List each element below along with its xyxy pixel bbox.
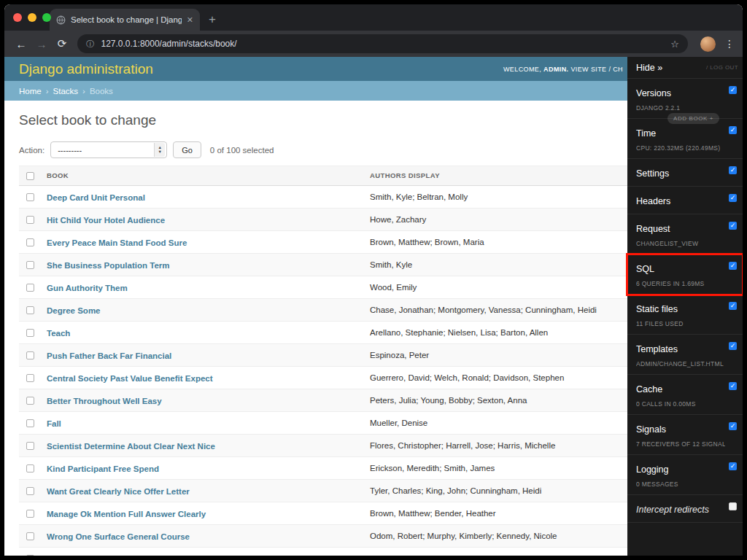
back-icon[interactable]: ← — [12, 38, 31, 50]
debug-toolbar-hide-button[interactable]: Hide » / LOG OUT — [627, 57, 743, 79]
row-checkbox[interactable] — [26, 510, 34, 518]
debug-panel-toggle[interactable]: ✓ — [729, 194, 737, 202]
book-link[interactable]: Scientist Determine About Clear Next Nic… — [47, 442, 215, 451]
debug-panel-toggle[interactable]: ✓ — [729, 166, 737, 174]
row-checkbox[interactable] — [26, 329, 34, 337]
debug-panel-templates[interactable]: Templates✓admin/change_list.html — [627, 335, 743, 375]
book-link[interactable]: She Business Population Term — [47, 261, 170, 270]
profile-avatar[interactable] — [700, 36, 716, 52]
tab-close-icon[interactable]: ✕ — [187, 15, 193, 25]
browser-menu-icon[interactable]: ⋮ — [724, 38, 735, 50]
row-checkbox[interactable] — [26, 306, 34, 314]
book-link[interactable]: Gun Authority Them — [47, 284, 128, 292]
row-checkbox[interactable] — [26, 532, 34, 540]
book-link[interactable]: Want Great Clearly Nice Offer Letter — [47, 487, 190, 496]
book-link[interactable]: Manage Ok Mention Full Answer Clearly — [47, 510, 206, 518]
book-link[interactable]: Wrong One Surface General Course — [47, 532, 190, 541]
debug-panel-settings[interactable]: Settings✓ — [627, 159, 743, 187]
row-checkbox[interactable] — [26, 487, 34, 495]
debug-panel-toggle[interactable]: ✓ — [729, 86, 737, 94]
row-select-cell — [19, 366, 41, 389]
book-link[interactable]: Kind Participant Free Spend — [47, 464, 159, 473]
debug-panel-subtitle: CPU: 220.32ms (220.49ms) — [636, 144, 725, 152]
debug-panel-logging[interactable]: Logging✓0 messages — [627, 455, 743, 495]
go-button[interactable]: Go — [173, 141, 201, 158]
browser-tab[interactable]: Select book to change | Djang ✕ — [50, 9, 200, 31]
debug-panel-toggle[interactable]: ✓ — [729, 262, 737, 270]
book-link[interactable]: Every Peace Main Stand Food Sure — [47, 238, 187, 247]
book-link[interactable]: Fall — [47, 419, 61, 428]
debug-panel-toggle[interactable]: ✓ — [729, 222, 737, 230]
debug-panel-toggle[interactable]: ✓ — [729, 382, 737, 390]
debug-panel-cache[interactable]: Cache✓0 calls in 0.00ms — [627, 375, 743, 415]
column-header-authors: AUTHORS DISPLAY — [364, 166, 627, 186]
breadcrumb-stacks[interactable]: Stacks — [53, 87, 79, 96]
debug-panel-subtitle: admin/change_list.html — [636, 360, 725, 368]
debug-panel-subtitle: 11 files used — [636, 320, 725, 327]
actions-bar: Action: --------- ▲▼ Go 0 of 100 selecte… — [19, 141, 627, 158]
book-link[interactable]: Teach — [47, 329, 70, 338]
row-checkbox[interactable] — [26, 216, 34, 224]
site-brand[interactable]: Django administration — [19, 61, 153, 77]
debug-panel-toggle[interactable]: ✓ — [729, 126, 737, 134]
book-link[interactable]: Better Throughout Well Easy — [47, 397, 162, 405]
close-window-button[interactable] — [13, 13, 22, 22]
debug-panel-title: SQL — [636, 264, 654, 274]
book-link[interactable]: Hit Child Your Hotel Audience — [47, 216, 165, 225]
row-checkbox[interactable] — [26, 397, 34, 405]
reload-icon[interactable]: ⟳ — [53, 37, 71, 50]
authors-cell: Tyler, Charles; King, John; Cunningham, … — [364, 479, 627, 502]
debug-panel-subtitle: 6 queries in 1.69ms — [636, 280, 725, 287]
forward-icon[interactable]: → — [32, 38, 51, 50]
debug-panel-toggle[interactable]: ✓ — [729, 422, 737, 430]
breadcrumb-home[interactable]: Home — [19, 87, 42, 96]
debug-panel-static-files[interactable]: Static files✓11 files used — [627, 295, 743, 335]
site-info-icon[interactable]: ⓘ — [86, 39, 95, 50]
action-select[interactable]: --------- ▲▼ — [50, 141, 167, 158]
book-link[interactable]: Central Society Past Value Benefit Expec… — [47, 374, 213, 383]
user-tools: WELCOME, ADMIN. VIEW SITE / CH — [503, 66, 623, 73]
row-checkbox[interactable] — [26, 442, 34, 450]
debug-panel-toggle[interactable]: ✓ — [729, 342, 737, 350]
new-tab-button[interactable]: + — [209, 13, 216, 26]
minimize-window-button[interactable] — [28, 13, 36, 22]
authors-cell: Arellano, Stephanie; Nielsen, Lisa; Bart… — [364, 321, 627, 343]
debug-panel-toggle[interactable]: ✓ — [729, 462, 737, 470]
row-checkbox[interactable] — [26, 193, 34, 201]
address-bar[interactable]: ⓘ 127.0.0.1:8000/admin/stacks/book/ ☆ — [77, 34, 688, 53]
row-checkbox[interactable] — [26, 464, 34, 472]
table-row: Gun Authority ThemWood, Emily — [19, 276, 627, 298]
row-checkbox[interactable] — [26, 261, 34, 269]
debug-panel-intercept-redirects[interactable]: Intercept redirects — [627, 495, 743, 523]
tab-title: Select book to change | Djang — [71, 15, 182, 24]
row-select-cell — [19, 230, 41, 253]
authors-cell: Wood, Emily — [364, 276, 627, 298]
column-header-book[interactable]: BOOK — [41, 166, 364, 186]
debug-panel-time[interactable]: Time✓CPU: 220.32ms (220.49ms) — [627, 119, 743, 159]
header-links[interactable]: VIEW SITE / CH — [570, 66, 623, 73]
row-checkbox[interactable] — [26, 555, 34, 556]
zoom-window-button[interactable] — [42, 13, 51, 22]
debug-panel-sql[interactable]: SQL✓6 queries in 1.69ms — [627, 254, 743, 295]
row-checkbox[interactable] — [26, 374, 34, 382]
debug-panel-signals[interactable]: Signals✓7 receivers of 12 signals — [627, 415, 743, 455]
book-link[interactable]: Claim However Chair — [47, 555, 131, 556]
book-link[interactable]: Deep Card Unit Personal — [47, 193, 145, 202]
debug-panel-headers[interactable]: Headers✓ — [627, 187, 743, 214]
url-text[interactable]: 127.0.0.1:8000/admin/stacks/book/ — [101, 39, 665, 49]
debug-panel-toggle[interactable] — [729, 502, 737, 510]
debug-panel-title: Request — [636, 224, 670, 234]
book-link[interactable]: Degree Some — [47, 306, 101, 315]
row-checkbox[interactable] — [26, 238, 34, 246]
debug-panel-toggle[interactable]: ✓ — [729, 302, 737, 310]
bookmark-star-icon[interactable]: ☆ — [670, 39, 679, 50]
row-checkbox[interactable] — [26, 351, 34, 359]
authors-cell: Smith, Kyle; Beltran, Molly — [364, 185, 627, 208]
book-table-body: Deep Card Unit PersonalSmith, Kyle; Belt… — [19, 185, 627, 556]
book-link[interactable]: Push Father Back Far Financial — [47, 351, 171, 360]
debug-panel-request[interactable]: Request✓changelist_view — [627, 214, 743, 254]
row-checkbox[interactable] — [26, 284, 34, 292]
tab-favicon-icon — [56, 15, 66, 25]
row-checkbox[interactable] — [26, 419, 34, 427]
select-all-checkbox[interactable] — [26, 172, 34, 180]
